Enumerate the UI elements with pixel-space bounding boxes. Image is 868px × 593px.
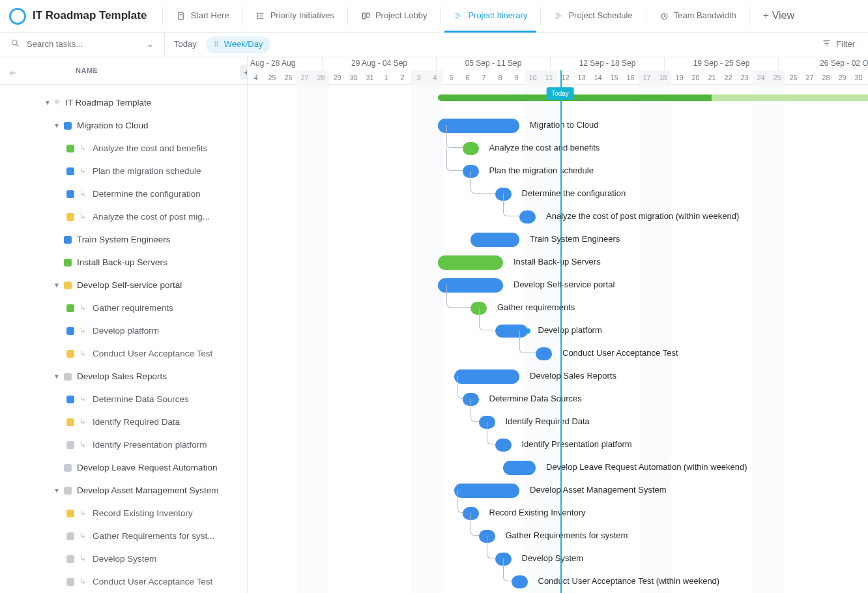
gantt-bar[interactable] bbox=[519, 210, 536, 224]
caret-down-icon[interactable]: ▼ bbox=[52, 486, 61, 495]
tab-schedule[interactable]: Project Schedule bbox=[545, 1, 641, 32]
task-tree[interactable]: ▼≡IT Roadmap Template▼Migration to Cloud… bbox=[0, 85, 247, 593]
today-button[interactable]: Today bbox=[165, 39, 206, 50]
collapse-sidebar-icon[interactable]: ⇤ bbox=[0, 63, 26, 79]
task-row[interactable]: ↳Gather requirements bbox=[0, 296, 247, 319]
search-dropdown-icon[interactable]: ⌄ bbox=[143, 39, 158, 50]
gantt-row[interactable]: Train System Engineers bbox=[248, 228, 868, 251]
caret-down-icon[interactable]: ▼ bbox=[43, 98, 52, 107]
gantt-bar[interactable] bbox=[438, 278, 503, 293]
task-row[interactable]: ↳Conduct User Acceptance Test bbox=[0, 342, 247, 365]
task-row[interactable]: ▼≡IT Roadmap Template bbox=[0, 91, 247, 114]
task-row[interactable]: ↳Identify Presentation platform bbox=[0, 433, 247, 456]
gantt-bar[interactable] bbox=[512, 575, 528, 588]
gantt-row[interactable]: Analyze the cost of post migration (with… bbox=[248, 205, 868, 228]
task-row[interactable]: ▼Develop Asset Management System bbox=[0, 479, 247, 502]
gantt-row[interactable]: Plan the migration schedule bbox=[248, 160, 868, 182]
svg-point-17 bbox=[12, 40, 18, 45]
gantt-row[interactable]: Conduct User Acceptance Test bbox=[248, 342, 868, 365]
task-row[interactable]: ↳Determine Data Sources bbox=[0, 388, 247, 411]
tab-priority[interactable]: Priority Initiatives bbox=[247, 1, 343, 32]
gantt-row[interactable]: Develop Self-service portal bbox=[248, 274, 868, 296]
gantt-bar[interactable] bbox=[470, 233, 519, 247]
gantt-bar[interactable] bbox=[479, 530, 495, 543]
caret-down-icon[interactable]: ▼ bbox=[52, 121, 61, 130]
add-column-button[interactable]: + bbox=[240, 65, 248, 80]
caret-down-icon[interactable]: ▼ bbox=[52, 372, 61, 381]
gantt-bar[interactable] bbox=[454, 369, 519, 384]
gantt-row[interactable]: Install Back-up Servers bbox=[248, 251, 868, 274]
task-row[interactable]: Train System Engineers bbox=[0, 228, 247, 251]
gantt-bar[interactable] bbox=[463, 393, 479, 406]
task-row[interactable]: ↳Develop System bbox=[0, 547, 247, 570]
gantt-row[interactable]: Identify Required Data bbox=[248, 411, 868, 433]
timeline-day: 6 bbox=[459, 70, 476, 85]
gantt-row[interactable]: Gather Requirements for system bbox=[248, 525, 868, 547]
gantt-row[interactable]: Record Existing Inventory bbox=[248, 502, 868, 525]
task-row[interactable]: ↳Plan the migration schedule bbox=[0, 160, 247, 182]
status-dot bbox=[66, 213, 74, 221]
gantt-bar[interactable] bbox=[495, 325, 528, 338]
gantt-bar[interactable] bbox=[470, 302, 487, 315]
gantt-bar[interactable] bbox=[438, 119, 519, 133]
gantt-row[interactable]: Develop Leave Request Automation (within… bbox=[248, 456, 868, 479]
list-icon: ≡ bbox=[52, 98, 61, 108]
tab-bandwidth[interactable]: Team Bandwidth bbox=[650, 1, 745, 32]
gantt-row[interactable]: Migration to Cloud bbox=[248, 114, 868, 137]
gantt-bar[interactable] bbox=[463, 165, 479, 178]
tab-lobby[interactable]: Project Lobby bbox=[352, 1, 437, 32]
gantt-bar-label: Gather requirements bbox=[497, 302, 575, 313]
gantt-row[interactable]: Develop Sales Reports bbox=[248, 365, 868, 388]
board-icon bbox=[361, 11, 371, 21]
timeline-week: 12 Sep - 18 Sep bbox=[551, 57, 665, 70]
gantt-bar[interactable] bbox=[438, 255, 503, 270]
svg-point-5 bbox=[257, 13, 258, 14]
gantt-bar[interactable] bbox=[454, 484, 519, 498]
task-row[interactable]: ▼Migration to Cloud bbox=[0, 114, 247, 137]
gantt-row[interactable]: Conduct User Acceptance Test (within wee… bbox=[248, 570, 868, 593]
gantt-bar[interactable] bbox=[503, 461, 536, 475]
gantt-bar[interactable] bbox=[495, 553, 512, 566]
task-row[interactable]: Develop Leave Request Automation bbox=[0, 456, 247, 479]
gantt-row[interactable]: Determine the configuration bbox=[248, 182, 868, 205]
name-column-header[interactable]: NAME bbox=[26, 66, 98, 75]
task-row[interactable]: ↳Conduct User Acceptance Test bbox=[0, 570, 247, 593]
task-row[interactable]: ↳Record Existing Inventory bbox=[0, 502, 247, 525]
search-input[interactable] bbox=[25, 38, 137, 51]
gantt-row[interactable]: Analyze the cost and benefits bbox=[248, 137, 868, 160]
task-row[interactable]: ▼Develop Self-service portal bbox=[0, 274, 247, 296]
gantt-body[interactable]: Today Migration to CloudAnalyze the cost… bbox=[248, 85, 868, 593]
add-view-button[interactable]: + View bbox=[754, 9, 803, 23]
subtask-icon: ↳ bbox=[80, 554, 89, 564]
gantt-row[interactable]: Develop platform bbox=[248, 319, 868, 342]
task-row[interactable]: ↳Analyze the cost and benefits bbox=[0, 137, 247, 160]
task-row[interactable]: ↳Identify Required Data bbox=[0, 411, 247, 433]
gantt-bar[interactable] bbox=[495, 188, 512, 201]
gantt-row[interactable]: Develop System bbox=[248, 547, 868, 570]
gantt-bar[interactable] bbox=[479, 416, 495, 429]
tab-itinerary[interactable]: Project Itinerary bbox=[444, 1, 536, 32]
zoom-level-toggle[interactable]: ⠿ Week/Day bbox=[206, 36, 271, 53]
search-wrap[interactable]: ⌄ bbox=[5, 33, 165, 57]
caret-down-icon[interactable]: ▼ bbox=[52, 281, 61, 289]
svg-line-18 bbox=[16, 44, 18, 46]
subtask-icon: ↳ bbox=[80, 508, 89, 519]
task-row[interactable]: ↳Develop platform bbox=[0, 319, 247, 342]
gantt-bar[interactable] bbox=[536, 347, 552, 360]
filter-button[interactable]: Filter bbox=[814, 38, 863, 51]
task-row[interactable]: ↳Determine the configuration bbox=[0, 182, 247, 205]
gantt-bar[interactable] bbox=[463, 507, 479, 520]
task-row[interactable]: ▼Develop Sales Reports bbox=[0, 365, 247, 388]
gantt-row[interactable]: Develop Asset Management System bbox=[248, 479, 868, 502]
gantt-bar[interactable] bbox=[463, 142, 479, 155]
gantt-bar[interactable] bbox=[495, 439, 512, 452]
task-row[interactable]: ↳Analyze the cost of post mig... bbox=[0, 205, 247, 228]
tab-start-here[interactable]: Start Here bbox=[167, 1, 238, 32]
gantt-row[interactable]: Gather requirements bbox=[248, 296, 868, 319]
task-row[interactable]: ↳Gather Requirements for syst... bbox=[0, 525, 247, 547]
gantt-row[interactable]: Determine Data Sources bbox=[248, 388, 868, 411]
timeline-day: 5 bbox=[443, 70, 459, 85]
task-row[interactable]: Install Back-up Servers bbox=[0, 251, 247, 274]
gantt-row[interactable]: Identify Presentation platform bbox=[248, 433, 868, 456]
zoom-level-label: Week/Day bbox=[224, 39, 263, 50]
